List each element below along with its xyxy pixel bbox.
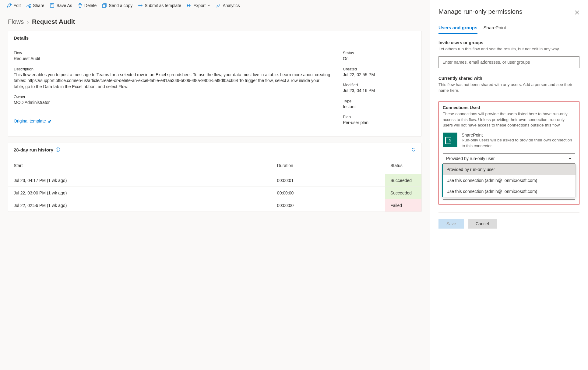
connections-used-box: Connections Used These connections will …: [438, 101, 579, 205]
edit-button[interactable]: Edit: [7, 3, 21, 8]
details-header: Details: [8, 31, 421, 45]
toolbar: Edit Share Save As Delete Send a copy Su…: [0, 0, 430, 11]
panel-tabs: Users and groups SharePoint: [438, 23, 579, 34]
connector-description: Run-only users will be asked to provide …: [462, 137, 575, 149]
shared-heading: Currently shared with: [438, 76, 579, 81]
cancel-button[interactable]: Cancel: [468, 219, 497, 229]
tab-users-groups[interactable]: Users and groups: [438, 23, 477, 34]
description-label: Description: [14, 67, 331, 71]
arrow-left-right-icon: [138, 3, 143, 8]
submit-template-label: Submit as template: [145, 3, 181, 8]
permissions-panel: Manage run-only permissions Users and gr…: [430, 0, 588, 370]
type-value: Instant: [343, 104, 416, 110]
edit-label: Edit: [13, 3, 21, 8]
modified-value: Jul 23, 04:16 PM: [343, 88, 416, 94]
connection-select-1[interactable]: Provided by run-only user: [443, 153, 575, 164]
tab-sharepoint[interactable]: SharePoint: [484, 23, 506, 34]
close-icon: [575, 10, 579, 15]
dropdown-option[interactable]: Use this connection (admin@ .onmicrosoft…: [443, 175, 576, 186]
flow-label: Flow: [14, 51, 331, 55]
close-button[interactable]: [575, 9, 579, 14]
panel-title: Manage run-only permissions: [438, 8, 522, 15]
chevron-down-icon: [207, 4, 210, 7]
export-label: Export: [193, 3, 206, 8]
run-status: Succeeded: [385, 187, 421, 199]
owner-label: Owner: [14, 94, 331, 99]
breadcrumb-leaf: Request Audit: [32, 18, 75, 25]
copy-icon: [102, 3, 107, 8]
connections-heading: Connections Used: [443, 105, 575, 110]
type-label: Type: [343, 99, 416, 103]
run-duration: 00:00:00: [272, 187, 385, 199]
run-start: Jul 22, 03:00 PM (1 wk ago): [8, 187, 272, 199]
owner-value: MOD Administrator: [14, 100, 331, 106]
share-button[interactable]: Share: [26, 3, 44, 8]
col-start: Start: [8, 157, 272, 174]
share-icon: [26, 3, 31, 8]
created-label: Created: [343, 67, 416, 71]
invite-input[interactable]: [438, 56, 579, 68]
refresh-button[interactable]: [411, 147, 416, 152]
description-value: This flow enables you to post a message …: [14, 72, 331, 90]
info-icon[interactable]: i: [56, 148, 60, 152]
send-copy-label: Send a copy: [109, 3, 132, 8]
run-duration: 00:00:01: [272, 174, 385, 187]
delete-label: Delete: [84, 3, 97, 8]
save-as-button[interactable]: Save As: [50, 3, 72, 8]
sharepoint-icon: S: [443, 133, 457, 147]
trash-icon: [78, 3, 83, 8]
plan-value: Per-user plan: [343, 120, 416, 126]
created-value: Jul 22, 02:55 PM: [343, 72, 416, 78]
analytics-icon: [216, 3, 221, 8]
pencil-icon: [7, 3, 12, 8]
status-value: On: [343, 56, 416, 62]
flow-value: Request Audit: [14, 56, 331, 62]
table-row[interactable]: Jul 22, 03:00 PM (1 wk ago)00:00:00Succe…: [8, 187, 421, 199]
select-1-value: Provided by run-only user: [446, 156, 495, 161]
template-link-label: Original template: [14, 119, 46, 123]
status-label: Status: [343, 51, 416, 55]
refresh-icon: [411, 147, 416, 152]
connector-name: SharePoint: [462, 133, 575, 137]
run-history-card: 28-day run history i Start Duration Stat…: [8, 143, 422, 212]
details-card: Details Flow Request Audit Description T…: [8, 31, 422, 137]
invite-description: Let others run this flow and see the res…: [438, 46, 579, 52]
col-status: Status: [385, 157, 421, 174]
run-history-header: 28-day run history: [14, 147, 53, 152]
external-link-icon: [48, 119, 52, 123]
original-template-link[interactable]: Original template: [14, 119, 52, 123]
svg-point-2: [29, 6, 30, 8]
run-status: Failed: [385, 199, 421, 212]
table-row[interactable]: Jul 23, 04:17 PM (1 wk ago)00:00:01Succe…: [8, 174, 421, 187]
connection-dropdown: Provided by run-only userUse this connec…: [442, 164, 576, 197]
breadcrumb: Flows › Request Audit: [0, 11, 430, 31]
send-copy-button[interactable]: Send a copy: [102, 3, 132, 8]
export-icon: [187, 3, 192, 8]
dropdown-option[interactable]: Provided by run-only user: [443, 164, 576, 175]
submit-template-button[interactable]: Submit as template: [138, 3, 181, 8]
export-button[interactable]: Export: [187, 3, 210, 8]
analytics-button[interactable]: Analytics: [216, 3, 240, 8]
run-duration: 00:00:00: [272, 199, 385, 212]
breadcrumb-root[interactable]: Flows: [8, 18, 24, 25]
col-duration: Duration: [272, 157, 385, 174]
table-row[interactable]: Jul 22, 02:56 PM (1 wk ago)00:00:00Faile…: [8, 199, 421, 212]
svg-rect-4: [103, 4, 105, 8]
share-label: Share: [33, 3, 44, 8]
run-start: Jul 22, 02:56 PM (1 wk ago): [8, 199, 272, 212]
svg-point-0: [27, 6, 28, 7]
delete-button[interactable]: Delete: [78, 3, 97, 8]
save-button[interactable]: Save: [438, 219, 464, 229]
invite-heading: Invite users or groups: [438, 40, 579, 45]
analytics-label: Analytics: [223, 3, 240, 8]
chevron-right-icon: ›: [27, 18, 29, 25]
shared-description: This flow has not been shared with any u…: [438, 82, 579, 94]
dropdown-option[interactable]: Use this connection (admin@ .onmicrosoft…: [443, 186, 576, 197]
save-as-label: Save As: [56, 3, 72, 8]
run-status: Succeeded: [385, 174, 421, 187]
save-icon: [50, 3, 55, 8]
connections-description: These connections will provide the users…: [443, 111, 575, 129]
chevron-down-icon: [568, 157, 572, 160]
run-history-table: Start Duration Status Jul 23, 04:17 PM (…: [8, 157, 421, 212]
modified-label: Modified: [343, 83, 416, 87]
